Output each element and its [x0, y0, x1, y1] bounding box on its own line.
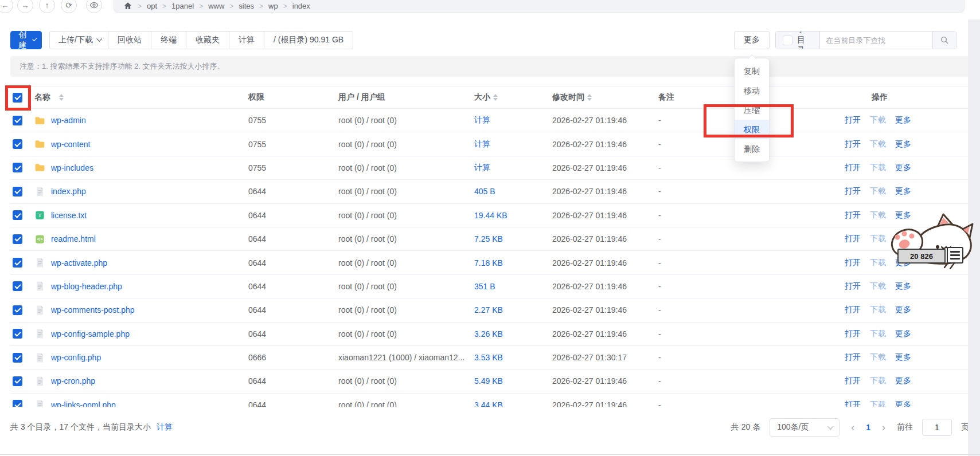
row-action-open[interactable]: 打开 [845, 376, 861, 386]
file-size-link[interactable]: 计算 [474, 139, 490, 148]
column-header-size[interactable]: 大小 [474, 92, 490, 103]
back-icon[interactable]: ← [0, 0, 13, 13]
breadcrumb-item[interactable]: sites [239, 2, 254, 10]
toolbar-group-button[interactable]: 计算 [229, 32, 264, 49]
more-button[interactable]: 更多 [734, 31, 770, 49]
row-action-download[interactable]: 下载 [870, 281, 886, 292]
upload-download-button[interactable]: 上传/下载 [49, 31, 110, 49]
row-action-download[interactable]: 下载 [870, 376, 886, 386]
row-checkbox[interactable] [13, 281, 22, 291]
file-size-link[interactable]: 19.44 KB [474, 211, 507, 220]
row-action-open[interactable]: 打开 [845, 329, 861, 339]
row-action-open[interactable]: 打开 [845, 234, 861, 244]
row-checkbox[interactable] [13, 353, 22, 363]
row-action-download[interactable]: 下载 [870, 234, 886, 244]
widget-menu-button[interactable] [947, 247, 963, 264]
row-action-open[interactable]: 打开 [845, 281, 861, 292]
row-checkbox[interactable] [13, 376, 22, 386]
file-size-link[interactable]: 5.49 KB [474, 376, 503, 386]
menu-item[interactable]: 复制 [735, 61, 769, 81]
preview-eye-icon[interactable] [86, 0, 102, 13]
home-icon[interactable] [123, 1, 132, 10]
row-action-download[interactable]: 下载 [870, 163, 886, 173]
breadcrumb-item[interactable]: opt [147, 2, 157, 10]
row-action-download[interactable]: 下载 [870, 305, 886, 315]
file-name-link[interactable]: wp-admin [51, 116, 86, 125]
row-checkbox[interactable] [13, 258, 22, 268]
file-name-link[interactable]: wp-content [51, 140, 90, 149]
row-checkbox[interactable] [13, 116, 22, 125]
subdirectory-checkbox[interactable] [783, 36, 792, 45]
toolbar-group-button[interactable]: 收藏夹 [186, 32, 229, 49]
row-checkbox[interactable] [13, 163, 22, 172]
menu-item[interactable]: 移动 [735, 81, 769, 100]
toolbar-group-button[interactable]: 回收站 [108, 32, 151, 49]
refresh-icon[interactable]: ⟳ [61, 0, 77, 13]
row-action-download[interactable]: 下载 [870, 329, 886, 339]
row-action-more[interactable]: 更多 [895, 186, 911, 196]
file-name-link[interactable]: wp-comments-post.php [51, 305, 135, 315]
file-size-link[interactable]: 405 B [474, 187, 495, 196]
breadcrumb-item[interactable]: www [208, 2, 224, 10]
file-name-link[interactable]: wp-config-sample.php [51, 329, 130, 339]
file-name-link[interactable]: license.txt [51, 211, 87, 220]
file-size-link[interactable]: 7.25 KB [474, 234, 503, 243]
calculate-size-link[interactable]: 计算 [157, 422, 173, 431]
file-size-link[interactable]: 3.26 KB [474, 329, 503, 339]
file-size-link[interactable]: 计算 [474, 163, 490, 172]
row-action-more[interactable]: 更多 [895, 115, 911, 125]
row-action-open[interactable]: 打开 [845, 210, 861, 221]
file-size-link[interactable]: 3.53 KB [474, 353, 503, 362]
file-name-link[interactable]: wp-blog-header.php [51, 282, 122, 291]
sort-icon[interactable] [587, 94, 592, 101]
file-size-link[interactable]: 351 B [474, 282, 495, 291]
row-action-open[interactable]: 打开 [845, 400, 861, 407]
page-size-select[interactable]: 100条/页 [770, 418, 840, 437]
file-size-link[interactable]: 2.27 KB [474, 305, 503, 315]
row-action-download[interactable]: 下载 [870, 400, 886, 407]
row-action-download[interactable]: 下载 [870, 186, 886, 196]
up-icon[interactable]: ↑ [39, 0, 55, 13]
row-action-download[interactable]: 下载 [870, 115, 886, 125]
file-name-link[interactable]: index.php [51, 187, 86, 196]
toolbar-group-button[interactable]: 终端 [151, 32, 186, 49]
row-checkbox[interactable] [13, 234, 22, 244]
subdirectory-toggle[interactable]: 子目录 [776, 32, 820, 49]
column-header-name[interactable]: 名称 [34, 92, 50, 103]
create-button[interactable]: 创建 [10, 31, 42, 49]
row-action-more[interactable]: 更多 [895, 305, 911, 315]
breadcrumb-item[interactable]: 1panel [171, 2, 194, 10]
column-header-modified-time[interactable]: 修改时间 [552, 92, 584, 103]
row-action-open[interactable]: 打开 [845, 352, 861, 363]
bongo-cat-widget[interactable]: 20 826 [889, 212, 974, 269]
row-action-download[interactable]: 下载 [870, 139, 886, 150]
file-name-link[interactable]: wp-config.php [51, 353, 101, 362]
row-action-download[interactable]: 下载 [870, 258, 886, 268]
sort-icon[interactable] [493, 94, 498, 101]
current-page-number[interactable]: 1 [866, 423, 870, 432]
file-name-link[interactable]: wp-activate.php [51, 258, 107, 268]
breadcrumb-item[interactable]: index [292, 2, 310, 10]
file-size-link[interactable]: 3.44 KB [474, 400, 503, 407]
file-name-link[interactable]: wp-includes [51, 163, 93, 172]
menu-item[interactable]: 删除 [735, 139, 769, 159]
file-size-link[interactable]: 计算 [474, 115, 490, 124]
goto-page-input[interactable] [922, 419, 952, 436]
row-action-more[interactable]: 更多 [895, 400, 911, 407]
row-action-download[interactable]: 下载 [870, 352, 886, 363]
row-action-more[interactable]: 更多 [895, 329, 911, 339]
row-action-open[interactable]: 打开 [845, 115, 861, 125]
sort-icon[interactable] [59, 94, 64, 101]
row-action-open[interactable]: 打开 [845, 305, 861, 315]
row-action-more[interactable]: 更多 [895, 139, 911, 150]
next-page-icon[interactable]: › [880, 422, 888, 434]
file-size-link[interactable]: 7.18 KB [474, 258, 503, 268]
row-action-open[interactable]: 打开 [845, 258, 861, 268]
row-action-open[interactable]: 打开 [845, 163, 861, 173]
forward-icon[interactable]: → [17, 0, 33, 13]
toolbar-group-button[interactable]: / (根目录) 90.91 GB [264, 32, 353, 49]
row-checkbox[interactable] [13, 139, 22, 149]
row-action-more[interactable]: 更多 [895, 163, 911, 173]
row-action-download[interactable]: 下载 [870, 210, 886, 221]
breadcrumb-item[interactable]: wp [268, 2, 278, 10]
